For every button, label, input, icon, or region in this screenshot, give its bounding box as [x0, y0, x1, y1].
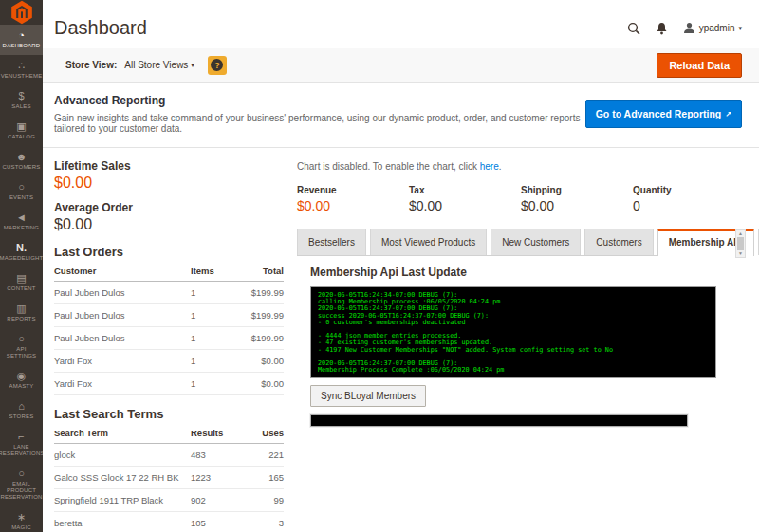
sidebar-item-marketing[interactable]: ◄ MARKETING	[0, 207, 43, 237]
average-order: Average Order $0.00	[54, 201, 284, 233]
cell-uses: 99	[240, 489, 284, 512]
marketing-icon: ◄	[16, 211, 27, 223]
lifetime-sales: Lifetime Sales $0.00	[54, 159, 284, 192]
log-line: - 4197 New Customer Memberships "NOT" ad…	[318, 347, 709, 354]
sales-icon: $	[18, 90, 24, 101]
venustheme-icon: ∴	[18, 60, 25, 71]
sidebar-item-sales[interactable]: $ SALES	[0, 85, 43, 116]
sidebar-item-content[interactable]: ▤ CONTENT	[0, 267, 43, 298]
metric-label: Quantity	[633, 185, 745, 195]
table-row[interactable]: Springfield 1911 TRP Black 902 99	[54, 489, 284, 512]
store-view-selector[interactable]: All Store Views	[124, 60, 188, 70]
tab-bestsellers[interactable]: Bestsellers	[297, 229, 366, 255]
cell-term: Springfield 1911 TRP Black	[54, 489, 191, 512]
cell-items: 1	[191, 327, 240, 350]
col-header: Search Term	[54, 423, 191, 444]
sidebar-item-lane-reservations[interactable]: ⌐ LANE RESERVATIONS	[0, 426, 43, 463]
lane-reservations-icon: ⌐	[18, 431, 24, 442]
metric-label: Tax	[409, 185, 521, 195]
table-row[interactable]: beretta 105 3	[54, 512, 284, 532]
scroll-down-icon[interactable]: ▼	[738, 251, 743, 256]
tab-customers[interactable]: Customers	[584, 229, 653, 255]
magento-admin-dashboard: ◔ DASHBOARD ∴ VENUSTHEME $ SALES ▣ CATAL…	[0, 0, 759, 532]
sidebar-item-label: CATALOG	[8, 134, 35, 140]
username: ypadmin	[699, 23, 735, 33]
table-row[interactable]: glock 483 221	[54, 444, 284, 467]
scroll-up-icon[interactable]: ▲	[738, 231, 743, 236]
magic-toolbox-icon: ∗	[17, 511, 26, 523]
page-title: Dashboard	[54, 17, 147, 39]
tab-new-customers[interactable]: New Customers	[491, 229, 581, 255]
log-line: - 0 customer's memberships deactivated	[318, 320, 709, 326]
bell-icon[interactable]	[656, 22, 668, 35]
help-icon[interactable]: ?	[208, 56, 227, 75]
cell-results: 902	[191, 489, 240, 512]
sidebar-item-label: MAGEDELIGHT	[0, 255, 43, 262]
advanced-reporting-description: Gain new insights and take command of yo…	[54, 113, 585, 134]
button-label: Go to Advanced Reporting	[596, 108, 722, 119]
cell-total: $199.99	[240, 327, 284, 350]
table-row[interactable]: Paul Juben Dulos 1 $199.99	[54, 304, 284, 327]
last-search-terms-title: Last Search Terms	[54, 407, 284, 421]
sidebar-item-label: MARKETING	[4, 225, 39, 231]
table-row[interactable]: Yardi Fox 1 $0.00	[54, 373, 284, 395]
sidebar-item-email-product-reservation[interactable]: ○ EMAIL PRODUCT RESERVATION	[0, 463, 43, 506]
enable-chart-link[interactable]: here	[480, 161, 499, 172]
sidebar-item-label: EVENTS	[9, 194, 33, 201]
metric-value: $0.00	[409, 198, 521, 213]
cell-customer: Yardi Fox	[54, 373, 191, 395]
magento-logo[interactable]	[0, 0, 43, 25]
cell-total: $199.99	[240, 304, 284, 327]
membership-panel-title: Membership Api Last Update	[310, 266, 744, 279]
cell-term: beretta	[54, 512, 191, 532]
header-actions: ypadmin ▾	[627, 22, 742, 35]
user-icon	[683, 22, 695, 34]
email-product-reservation-icon: ○	[18, 468, 25, 479]
chevron-down-icon: ▾	[738, 25, 742, 32]
col-header: Items	[191, 261, 240, 282]
log-line: Membership Process Complete :06/05/2020 …	[318, 367, 709, 374]
store-view-toolbar: Store View: All Store Views ▾ ? Reload D…	[43, 48, 759, 83]
last-search-terms-table: Search Term Results Uses glock 483 221 G…	[54, 423, 284, 532]
metric-value: $0.00	[297, 198, 409, 213]
cell-results: 483	[191, 444, 240, 467]
cell-term: Galco SSS Glock 17 22 RH BK	[54, 467, 191, 489]
sidebar-item-label: LANE RESERVATIONS	[0, 444, 43, 457]
sidebar-item-events[interactable]: ○ EVENTS	[0, 176, 43, 207]
tab-most-viewed-products[interactable]: Most Viewed Products	[370, 229, 487, 255]
sidebar-item-customers[interactable]: ☻ CUSTOMERS	[0, 146, 43, 176]
right-column: Chart is disabled. To enable the chart, …	[297, 159, 746, 532]
account-menu[interactable]: ypadmin ▾	[683, 22, 742, 34]
sidebar-item-magic-toolbox[interactable]: ∗ MAGIC TOOLBOX	[0, 506, 43, 532]
sidebar-item-api-settings[interactable]: ○ API SETTINGS	[0, 328, 43, 365]
scrollbar-thumb[interactable]	[737, 237, 744, 250]
table-row[interactable]: Paul Juben Dulos 1 $199.99	[54, 282, 284, 304]
reports-icon: ▥	[16, 303, 26, 314]
sidebar-item-dashboard[interactable]: ◔ DASHBOARD	[0, 25, 43, 55]
sidebar-item-magedelight[interactable]: N. MAGEDELIGHT	[0, 237, 43, 267]
sync-bloyal-members-button[interactable]: Sync BLoyal Members	[310, 385, 426, 407]
sidebar-item-label: SALES	[11, 103, 30, 110]
sidebar-item-amasty[interactable]: ◉ AMASTY	[0, 365, 43, 395]
sidebar-item-catalog[interactable]: ▣ CATALOG	[0, 116, 43, 146]
go-to-advanced-reporting-button[interactable]: Go to Advanced Reporting ↗	[585, 100, 742, 128]
tabs-scrollbar[interactable]: ▲ ▼	[735, 229, 746, 258]
cell-items: 1	[191, 373, 240, 395]
reload-data-button[interactable]: Reload Data	[657, 53, 742, 78]
sidebar-item-label: AMASTY	[9, 383, 34, 390]
sidebar-item-stores[interactable]: ⌂ STORES	[0, 395, 43, 426]
search-icon[interactable]	[627, 22, 640, 35]
sidebar-item-reports[interactable]: ▥ REPORTS	[0, 298, 43, 328]
cell-customer: Paul Juben Dulos	[54, 282, 191, 304]
col-header: Customer	[54, 261, 191, 282]
table-row[interactable]: Paul Juben Dulos 1 $199.99	[54, 327, 284, 350]
cell-items: 1	[191, 282, 240, 304]
sidebar-item-venustheme[interactable]: ∴ VENUSTHEME	[0, 55, 43, 85]
chevron-down-icon[interactable]: ▾	[191, 62, 194, 69]
page-header: Dashboard ypadmin ▾	[43, 0, 759, 48]
customers-icon: ☻	[16, 151, 28, 162]
col-header: Results	[191, 423, 240, 444]
table-row[interactable]: Yardi Fox 1 $0.00	[54, 350, 284, 373]
table-row[interactable]: Galco SSS Glock 17 22 RH BK 1223 165	[54, 467, 284, 489]
notice-suffix: .	[499, 161, 502, 172]
